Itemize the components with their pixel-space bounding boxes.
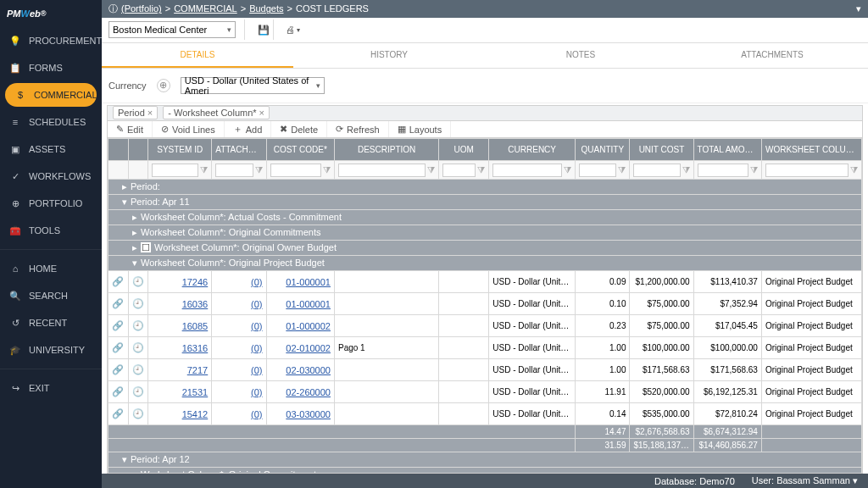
print-button[interactable]: 🖨▾: [282, 19, 303, 40]
col-header[interactable]: DESCRIPTION: [334, 139, 438, 161]
system-id-link[interactable]: 17246: [152, 277, 208, 287]
add-button[interactable]: ＋Add: [225, 121, 272, 138]
expand-icon[interactable]: ▾: [119, 197, 131, 208]
group-row[interactable]: ▾Worksheet Column*: Original Project Bud…: [108, 256, 862, 271]
filter-input[interactable]: [270, 164, 321, 177]
clock-icon[interactable]: 🕘: [132, 408, 144, 419]
attachment-link[interactable]: (0): [215, 343, 262, 353]
sidebar-item-recent[interactable]: ↺RECENT: [0, 309, 102, 336]
filter-input[interactable]: [152, 164, 198, 177]
close-icon[interactable]: ×: [259, 108, 264, 118]
filter-icon[interactable]: ⧩: [477, 164, 485, 175]
attachment-link[interactable]: (0): [215, 409, 262, 419]
currency-selector[interactable]: USD - Dollar (United States of Ameri: [181, 77, 325, 94]
link-icon[interactable]: 🔗: [112, 320, 124, 331]
attachment-link[interactable]: (0): [215, 321, 262, 331]
link-icon[interactable]: 🔗: [112, 408, 124, 419]
chevron-down-icon[interactable]: ▾: [853, 475, 858, 485]
cost-code-link[interactable]: 02-010002: [270, 343, 331, 353]
layouts-button[interactable]: ▦Layouts: [389, 121, 452, 138]
col-header[interactable]: CURRENCY: [489, 139, 576, 161]
table-row[interactable]: 🔗🕘21531(0)02-260000USD - Dollar (United …: [108, 381, 862, 403]
group-pill-worksheet[interactable]: - Worksheet Column*×: [163, 106, 270, 119]
clock-icon[interactable]: 🕘: [132, 386, 144, 397]
cost-code-link[interactable]: 02-030000: [270, 365, 331, 375]
cost-code-link[interactable]: 02-260000: [270, 387, 331, 397]
currency-target-icon[interactable]: ⊕: [157, 79, 170, 92]
expand-icon[interactable]: ▸: [129, 242, 141, 253]
info-icon[interactable]: ⓘ: [108, 3, 118, 15]
filter-icon[interactable]: ⧩: [618, 164, 626, 175]
col-header[interactable]: SYSTEM ID: [148, 139, 212, 161]
sidebar-item-portfolio[interactable]: ⊕PORTFOLIO: [0, 190, 102, 217]
tab-notes[interactable]: NOTES: [485, 43, 676, 68]
attachment-link[interactable]: (0): [215, 387, 262, 397]
project-selector[interactable]: Boston Medical Center: [108, 21, 236, 38]
filter-input[interactable]: [698, 164, 748, 177]
filter-icon[interactable]: ⧩: [427, 164, 435, 175]
system-id-link[interactable]: 21531: [152, 387, 208, 397]
attachment-link[interactable]: (0): [215, 299, 262, 309]
system-id-link[interactable]: 16316: [152, 343, 208, 353]
expand-icon[interactable]: ▾: [129, 258, 141, 269]
topbar-menu-icon[interactable]: ▾: [856, 3, 861, 14]
col-header[interactable]: [128, 139, 148, 161]
sidebar-item-university[interactable]: 🎓UNIVERSITY: [0, 336, 102, 363]
clock-icon[interactable]: 🕘: [132, 276, 144, 287]
attachment-link[interactable]: (0): [215, 277, 262, 287]
refresh-button[interactable]: ⟳Refresh: [327, 121, 389, 138]
sidebar-item-assets[interactable]: ▣ASSETS: [0, 136, 102, 163]
link-icon[interactable]: 🔗: [112, 364, 124, 375]
expand-icon[interactable]: ▸: [129, 212, 141, 223]
link-icon[interactable]: 🔗: [112, 342, 124, 353]
save-button[interactable]: 💾: [253, 19, 274, 40]
system-id-link[interactable]: 15412: [152, 409, 208, 419]
tab-history[interactable]: HISTORY: [293, 43, 485, 68]
filter-input[interactable]: [492, 164, 562, 177]
sidebar-item-tools[interactable]: 🧰TOOLS: [0, 217, 102, 244]
group-pill-period[interactable]: Period×: [113, 106, 158, 119]
table-row[interactable]: 🔗🕘16085(0)01-000002USD - Dollar (United …: [108, 315, 862, 337]
delete-button[interactable]: ✖Delete: [271, 121, 327, 138]
filter-icon[interactable]: ⧩: [564, 164, 571, 175]
group-row[interactable]: ▸Worksheet Column*: Actual Costs - Commi…: [108, 210, 862, 225]
table-row[interactable]: 🔗🕘7217(0)02-030000USD - Dollar (United S…: [108, 359, 862, 381]
edit-button[interactable]: ✎Edit: [108, 121, 153, 138]
table-row[interactable]: 🔗🕘16036(0)01-000001USD - Dollar (United …: [108, 293, 862, 315]
filter-input[interactable]: [215, 164, 253, 177]
filter-input[interactable]: [633, 164, 680, 177]
cost-code-link[interactable]: 01-000001: [270, 299, 331, 309]
breadcrumb-commercial[interactable]: COMMERCIAL: [174, 3, 237, 14]
col-header[interactable]: [108, 139, 129, 161]
sidebar-item-search[interactable]: 🔍SEARCH: [0, 282, 102, 309]
expand-icon[interactable]: ▾: [119, 454, 131, 465]
expand-icon[interactable]: ▸: [129, 227, 141, 238]
col-header[interactable]: UNIT COST: [630, 139, 693, 161]
breadcrumb-root[interactable]: (Portfolio): [121, 3, 162, 14]
table-row[interactable]: 🔗🕘16316(0)02-010002Pago 1USD - Dollar (U…: [108, 337, 862, 359]
sidebar-item-workflows[interactable]: ✓WORKFLOWS: [0, 163, 102, 190]
col-header[interactable]: UOM: [439, 139, 489, 161]
col-header[interactable]: COST CODE*: [266, 139, 334, 161]
system-id-link[interactable]: 7217: [152, 365, 208, 375]
filter-icon[interactable]: ⧩: [850, 164, 858, 175]
link-icon[interactable]: 🔗: [112, 298, 124, 309]
tab-details[interactable]: DETAILS: [102, 43, 293, 68]
filter-icon[interactable]: ⧩: [682, 164, 690, 175]
sidebar-item-forms[interactable]: 📋FORMS: [0, 54, 102, 81]
group-row[interactable]: ▸☐Worksheet Column*: Original Owner Budg…: [108, 241, 862, 256]
group-row[interactable]: ▸Period:: [108, 180, 862, 195]
group-row[interactable]: ▾Worksheet Column*: Original Commitments: [108, 468, 862, 474]
clock-icon[interactable]: 🕘: [132, 364, 144, 375]
table-row[interactable]: 🔗🕘17246(0)01-000001USD - Dollar (United …: [108, 271, 862, 293]
sidebar-item-schedules[interactable]: ≡SCHEDULES: [0, 108, 102, 136]
link-icon[interactable]: 🔗: [112, 276, 124, 287]
sidebar-item-home[interactable]: ⌂HOME: [0, 255, 102, 282]
grid[interactable]: SYSTEM IDATTACHMENCOST CODE*DESCRIPTIONU…: [107, 138, 863, 474]
clock-icon[interactable]: 🕘: [132, 342, 144, 353]
cost-code-link[interactable]: 01-000002: [270, 321, 331, 331]
cost-code-link[interactable]: 01-000001: [270, 277, 331, 287]
sidebar-item-procurement[interactable]: 💡PROCUREMENT: [0, 27, 102, 54]
clock-icon[interactable]: 🕘: [132, 320, 144, 331]
filter-input[interactable]: [442, 164, 476, 177]
